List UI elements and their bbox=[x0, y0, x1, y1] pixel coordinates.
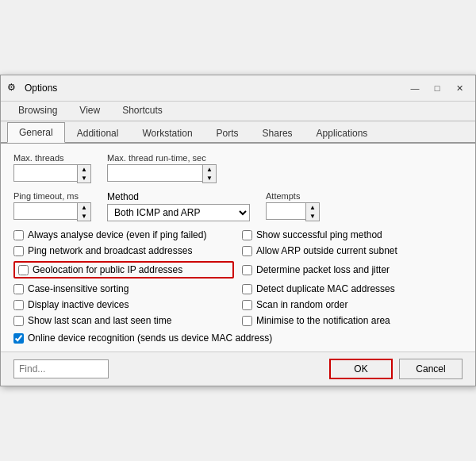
ping-timeout-label: Ping timeout, ms bbox=[13, 191, 91, 201]
online-device-checkbox[interactable] bbox=[13, 333, 24, 344]
tab-shortcuts[interactable]: Shortcuts bbox=[111, 102, 174, 121]
show-last-scan-checkbox[interactable] bbox=[13, 316, 24, 326]
checkbox-item-4: Allow ARP outside current subnet bbox=[242, 245, 463, 256]
form-row-1: Max. threads 128 ▲ ▼ Max. thread run-tim… bbox=[13, 153, 463, 183]
geolocation-checkbox[interactable] bbox=[18, 265, 29, 275]
minimize-button[interactable]: — bbox=[405, 80, 424, 96]
max-threads-label: Max. threads bbox=[13, 153, 91, 163]
checkbox-item-9: Display inactive devices bbox=[13, 299, 234, 310]
maximize-button[interactable]: □ bbox=[428, 80, 447, 96]
window-title: Options bbox=[25, 83, 405, 94]
ok-button[interactable]: OK bbox=[329, 359, 393, 379]
detect-mac-label[interactable]: Detect duplicate MAC addresses bbox=[256, 283, 395, 294]
max-threads-up-button[interactable]: ▲ bbox=[78, 165, 90, 174]
attempts-down-button[interactable]: ▼ bbox=[306, 212, 319, 221]
tab-shares[interactable]: Shares bbox=[251, 122, 305, 143]
max-threads-spinner-btns: ▲ ▼ bbox=[77, 164, 91, 183]
max-thread-runtime-input[interactable]: 0 bbox=[107, 164, 202, 182]
tab-general[interactable]: General bbox=[7, 122, 65, 143]
tab-applications[interactable]: Applications bbox=[305, 122, 380, 143]
cancel-button[interactable]: Cancel bbox=[399, 359, 463, 379]
max-thread-runtime-spinner: 0 ▲ ▼ bbox=[107, 164, 217, 183]
footer: OK Cancel bbox=[1, 352, 475, 386]
ping-timeout-spinner-btns: ▲ ▼ bbox=[77, 202, 91, 221]
max-thread-runtime-field: Max. thread run-time, sec 0 ▲ ▼ bbox=[107, 153, 217, 183]
top-tabs: Browsing View Shortcuts bbox=[1, 102, 475, 121]
show-ping-method-label[interactable]: Show successful ping method bbox=[256, 229, 382, 240]
packet-loss-checkbox[interactable] bbox=[242, 265, 252, 275]
online-device-row: Online device recognition (sends us devi… bbox=[13, 332, 463, 344]
window-icon: ⚙ bbox=[7, 82, 20, 94]
sub-tabs: General Additional Workstation Ports Sha… bbox=[1, 121, 475, 144]
max-thread-runtime-up-button[interactable]: ▲ bbox=[203, 165, 216, 174]
checkbox-item-2: Show successful ping method bbox=[242, 229, 463, 240]
minimise-notification-label[interactable]: Minimise to the notification area bbox=[256, 315, 390, 326]
attempts-spinner: 1 ▲ ▼ bbox=[266, 202, 320, 221]
checkbox-item-5: Geolocation for public IP addresses bbox=[13, 261, 234, 279]
attempts-field: Attempts 1 ▲ ▼ bbox=[266, 191, 320, 221]
ping-network-checkbox[interactable] bbox=[13, 246, 24, 256]
max-thread-runtime-down-button[interactable]: ▼ bbox=[203, 174, 216, 182]
tab-workstation[interactable]: Workstation bbox=[130, 122, 204, 143]
tab-additional[interactable]: Additional bbox=[65, 122, 131, 143]
ping-timeout-input[interactable]: 1,000 bbox=[13, 202, 77, 220]
max-thread-runtime-label: Max. thread run-time, sec bbox=[107, 153, 217, 163]
checkbox-section: Always analyse device (even if ping fail… bbox=[13, 229, 463, 326]
attempts-label: Attempts bbox=[266, 191, 320, 201]
checkbox-item-1: Always analyse device (even if ping fail… bbox=[13, 229, 234, 240]
options-window: ⚙ Options — □ ✕ Browsing View Shortcuts … bbox=[0, 75, 476, 386]
display-inactive-checkbox[interactable] bbox=[13, 300, 24, 310]
max-threads-spinner: 128 ▲ ▼ bbox=[13, 164, 91, 183]
online-device-label[interactable]: Online device recognition (sends us devi… bbox=[28, 332, 272, 344]
checkbox-item-6: Determine packet loss and jitter bbox=[242, 261, 463, 279]
max-threads-field: Max. threads 128 ▲ ▼ bbox=[13, 153, 91, 183]
method-field: Method Both ICMP and ARP ICMP only ARP o… bbox=[107, 191, 250, 221]
always-analyse-label[interactable]: Always analyse device (even if ping fail… bbox=[28, 229, 206, 240]
always-analyse-checkbox[interactable] bbox=[13, 230, 24, 240]
ping-timeout-down-button[interactable]: ▼ bbox=[78, 212, 90, 221]
attempts-up-button[interactable]: ▲ bbox=[306, 203, 319, 212]
title-bar-controls: — □ ✕ bbox=[405, 80, 469, 96]
max-threads-input[interactable]: 128 bbox=[13, 164, 77, 182]
ping-timeout-up-button[interactable]: ▲ bbox=[78, 203, 90, 212]
checkbox-item-8: Detect duplicate MAC addresses bbox=[242, 283, 463, 294]
scan-random-checkbox[interactable] bbox=[242, 300, 252, 310]
max-thread-runtime-spinner-btns: ▲ ▼ bbox=[202, 164, 217, 183]
ping-timeout-spinner: 1,000 ▲ ▼ bbox=[13, 202, 91, 221]
packet-loss-label[interactable]: Determine packet loss and jitter bbox=[256, 264, 390, 275]
checkbox-item-12: Minimise to the notification area bbox=[242, 315, 463, 326]
display-inactive-label[interactable]: Display inactive devices bbox=[28, 299, 129, 310]
allow-arp-label[interactable]: Allow ARP outside current subnet bbox=[256, 245, 397, 256]
checkbox-item-10: Scan in random order bbox=[242, 299, 463, 310]
geolocation-label[interactable]: Geolocation for public IP addresses bbox=[33, 264, 182, 275]
allow-arp-checkbox[interactable] bbox=[242, 246, 252, 256]
attempts-spinner-btns: ▲ ▼ bbox=[305, 202, 320, 221]
tab-browsing[interactable]: Browsing bbox=[7, 102, 68, 121]
case-insensitive-checkbox[interactable] bbox=[13, 284, 24, 294]
minimise-notification-checkbox[interactable] bbox=[242, 316, 252, 326]
checkbox-item-3: Ping network and broadcast addresses bbox=[13, 245, 234, 256]
form-row-2: Ping timeout, ms 1,000 ▲ ▼ Method Both I… bbox=[13, 191, 463, 221]
ping-timeout-field: Ping timeout, ms 1,000 ▲ ▼ bbox=[13, 191, 91, 221]
scan-random-label[interactable]: Scan in random order bbox=[256, 299, 347, 310]
ping-network-label[interactable]: Ping network and broadcast addresses bbox=[28, 245, 192, 256]
show-ping-method-checkbox[interactable] bbox=[242, 230, 252, 240]
checkbox-item-7: Case-insensitive sorting bbox=[13, 283, 234, 294]
find-input[interactable] bbox=[13, 359, 109, 378]
case-insensitive-label[interactable]: Case-insensitive sorting bbox=[28, 283, 129, 294]
method-label: Method bbox=[107, 191, 250, 202]
close-button[interactable]: ✕ bbox=[450, 80, 469, 96]
detect-mac-checkbox[interactable] bbox=[242, 284, 252, 294]
main-content: Max. threads 128 ▲ ▼ Max. thread run-tim… bbox=[1, 144, 475, 352]
method-select[interactable]: Both ICMP and ARP ICMP only ARP only bbox=[107, 204, 250, 221]
title-bar: ⚙ Options — □ ✕ bbox=[1, 75, 475, 102]
checkbox-item-11: Show last scan and last seen time bbox=[13, 315, 234, 326]
tab-ports[interactable]: Ports bbox=[205, 122, 251, 143]
max-threads-down-button[interactable]: ▼ bbox=[78, 174, 90, 182]
tab-view[interactable]: View bbox=[68, 102, 111, 121]
show-last-scan-label[interactable]: Show last scan and last seen time bbox=[28, 315, 171, 326]
attempts-input[interactable]: 1 bbox=[266, 202, 305, 220]
